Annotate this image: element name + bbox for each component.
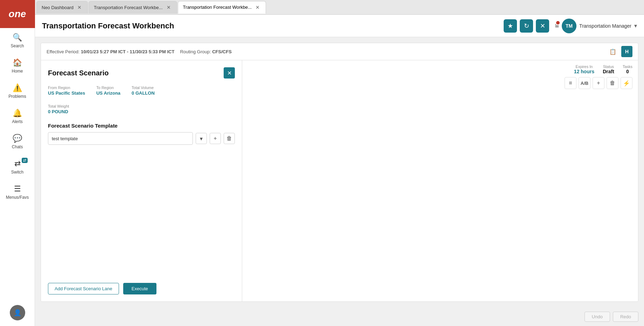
forecast-panel: Forecast Scenario ✕ From Region US Pacif… xyxy=(41,60,242,301)
execute-button[interactable]: Execute xyxy=(123,283,156,294)
app-logo[interactable]: one xyxy=(0,0,35,28)
template-section: Forecast Scenario Template ▾ + 🗑 xyxy=(48,123,235,145)
total-weight-label: Total Weight xyxy=(48,104,69,108)
sidebar-avatar[interactable]: 👤 xyxy=(10,305,25,320)
home-icon: 🏠 xyxy=(13,58,22,67)
sidebar-item-menus[interactable]: ☰ Menus/Favs xyxy=(0,179,35,205)
tasks-value: 0 xyxy=(626,69,629,74)
h-icon-btn[interactable]: H xyxy=(621,46,632,57)
content-area: Effective Period: 10/01/23 5:27 PM ICT -… xyxy=(35,37,644,307)
sidebar-item-label: Menus/Favs xyxy=(6,195,29,200)
list-view-button[interactable]: ≡ xyxy=(565,77,576,89)
ab-test-button[interactable]: A/B xyxy=(579,77,590,89)
tab-close-icon[interactable]: ✕ xyxy=(254,4,261,11)
add-forecast-lane-button[interactable]: Add Forecast Scenario Lane xyxy=(48,283,119,294)
to-region-value: US Arizona xyxy=(96,90,120,96)
tab-label: Transportation Forecast Workbe... xyxy=(94,5,163,10)
tab-label: Neo Dashboard xyxy=(42,5,74,10)
template-row: ▾ + 🗑 xyxy=(48,132,235,145)
problems-icon: ⚠️ xyxy=(13,83,22,93)
workbench-topbar: Effective Period: 10/01/23 5:27 PM ICT -… xyxy=(41,43,638,60)
tab-bar: Neo Dashboard ✕ Transportation Forecast … xyxy=(35,0,644,15)
expires-in-value: 12 hours xyxy=(574,69,594,74)
tab-transport-forecast-1[interactable]: Transportation Forecast Workbe... ✕ xyxy=(89,1,177,14)
from-region-label: From Region xyxy=(48,86,85,90)
sidebar-item-alerts[interactable]: 🔔 Alerts xyxy=(0,104,35,129)
refresh-button[interactable]: ↻ xyxy=(520,19,533,33)
total-weight-field: Total Weight 0 POUND xyxy=(48,104,69,114)
template-add-button[interactable]: + xyxy=(210,133,221,144)
expires-in-metric: Expires In 12 hours xyxy=(574,64,594,74)
sidebar-item-switch[interactable]: ⇄ ⇄ Switch xyxy=(0,154,35,179)
bottom-bar: Undo Redo xyxy=(35,307,644,326)
template-input[interactable] xyxy=(48,132,193,145)
template-section-label: Forecast Scenario Template xyxy=(48,123,235,129)
search-icon: 🔍 xyxy=(13,33,22,42)
redo-button[interactable]: Redo xyxy=(613,312,638,322)
sidebar-item-label: Chats xyxy=(12,144,23,149)
undo-button[interactable]: Undo xyxy=(584,312,610,322)
alerts-icon: 🔔 xyxy=(13,109,22,118)
delete-item-button[interactable]: 🗑 xyxy=(607,77,618,89)
tab-close-icon[interactable]: ✕ xyxy=(76,4,83,11)
chats-icon: 💬 xyxy=(13,134,22,143)
avatar-icon: 👤 xyxy=(14,309,21,317)
forecast-info: From Region US Pacific States To Region … xyxy=(48,86,235,96)
to-region-field: To Region US Arizona xyxy=(96,86,120,96)
add-item-button[interactable]: + xyxy=(593,77,604,89)
flash-button[interactable]: ⚡ xyxy=(621,77,632,89)
tab-label: Transportation Forecast Workbe... xyxy=(183,5,252,10)
workbench-body: Forecast Scenario ✕ From Region US Pacif… xyxy=(41,60,638,301)
tab-close-icon[interactable]: ✕ xyxy=(166,4,172,11)
switch-badge: ⇄ xyxy=(22,158,28,163)
tab-transport-forecast-2[interactable]: Transportation Forecast Workbe... ✕ xyxy=(178,1,266,14)
status-metric: Status Draft xyxy=(603,64,614,74)
sidebar-item-label: Home xyxy=(12,69,23,74)
favorite-button[interactable]: ★ xyxy=(504,19,517,33)
right-toolbar: ≡ A/B + 🗑 ⚡ xyxy=(248,77,632,92)
page-header: Transportation Forecast Workbench ★ ↻ ✕ … xyxy=(35,15,644,37)
total-weight-value: 0 POUND xyxy=(48,109,69,114)
forecast-panel-header: Forecast Scenario ✕ xyxy=(48,67,235,79)
right-panel: Expires In 12 hours Status Draft Tasks 0 xyxy=(242,60,638,301)
sidebar-item-home[interactable]: 🏠 Home xyxy=(0,53,35,79)
right-metrics: Expires In 12 hours Status Draft Tasks 0 xyxy=(248,64,632,77)
avatar: TM xyxy=(562,19,576,33)
to-region-label: To Region xyxy=(96,86,120,90)
status-value: Draft xyxy=(603,69,614,74)
sidebar-item-label: Alerts xyxy=(12,119,23,124)
template-dropdown-button[interactable]: ▾ xyxy=(196,133,207,144)
sidebar-item-problems[interactable]: ⚠️ Problems xyxy=(0,79,35,104)
forecast-close-button[interactable]: ✕ xyxy=(224,67,235,79)
close-button[interactable]: ✕ xyxy=(536,19,549,33)
menus-icon: ☰ xyxy=(14,184,21,193)
main-area: Neo Dashboard ✕ Transportation Forecast … xyxy=(35,0,644,326)
template-delete-button[interactable]: 🗑 xyxy=(224,133,235,144)
sidebar-item-label: Switch xyxy=(11,170,23,175)
topbar-right-actions: 📋 H xyxy=(607,46,632,57)
page-title: Transportation Forecast Workbench xyxy=(42,21,499,30)
switch-icon: ⇄ xyxy=(14,159,21,168)
total-volume-value: 0 GALLON xyxy=(132,90,155,96)
tasks-metric: Tasks 0 xyxy=(623,64,632,74)
menu-icon[interactable]: ≡ xyxy=(555,22,559,30)
header-actions: ★ ↻ ✕ ≡ TM Transportation Manager ▾ xyxy=(504,19,637,33)
from-region-field: From Region US Pacific States xyxy=(48,86,85,96)
forecast-info-2: Total Weight 0 POUND xyxy=(48,104,235,114)
tab-neo-dashboard[interactable]: Neo Dashboard ✕ xyxy=(36,1,88,14)
expires-in-label: Expires In xyxy=(576,64,593,69)
clipboard-icon-btn[interactable]: 📋 xyxy=(607,46,618,57)
user-label: Transportation Manager xyxy=(579,23,631,29)
status-label: Status xyxy=(603,64,614,69)
tasks-label: Tasks xyxy=(623,64,632,69)
sidebar-item-label: Search xyxy=(10,43,24,48)
sidebar-item-chats[interactable]: 💬 Chats xyxy=(0,129,35,154)
sidebar: one 🔍 Search 🏠 Home ⚠️ Problems 🔔 Alerts… xyxy=(0,0,35,326)
workbench-card: Effective Period: 10/01/23 5:27 PM ICT -… xyxy=(41,43,638,302)
routing-group: Routing Group: CFS/CFS xyxy=(180,49,231,54)
notification-badge xyxy=(555,20,560,25)
effective-period: Effective Period: 10/01/23 5:27 PM ICT -… xyxy=(47,49,174,54)
user-dropdown-arrow[interactable]: ▾ xyxy=(634,22,637,29)
forecast-footer: Add Forecast Scenario Lane Execute xyxy=(48,277,235,294)
sidebar-item-search[interactable]: 🔍 Search xyxy=(0,28,35,53)
